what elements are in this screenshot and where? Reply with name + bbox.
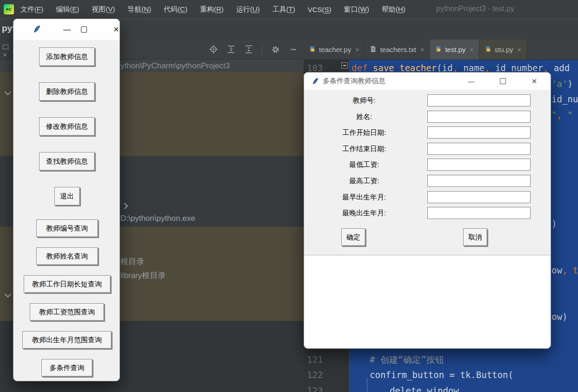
cancel-button[interactable]: 取消 [463,228,487,246]
hide-icon[interactable] [289,45,298,54]
query-by-workdates-button[interactable]: 教师工作日期长短查询 [24,275,111,293]
tool-window-icon[interactable] [3,45,8,49]
confirm-button[interactable]: 确定 [341,228,365,246]
line-number: 123 [307,383,323,392]
menu-item-4[interactable]: 代码(C) [164,5,187,14]
latest-birth-field[interactable] [427,207,531,219]
fold-icon[interactable] [341,62,348,69]
indent-guide [367,378,367,392]
editor-tab-bar: teacher.py×teachers.txt×test.py×stu.py× [304,40,578,60]
menu-item-1[interactable]: 编辑(E) [56,5,79,14]
work-start-date-field[interactable] [427,126,531,139]
menu-items: 文件(F)编辑(E)视图(V)导航(N)代码(C)重构(R)运行(U)工具(T)… [20,5,418,14]
code-fragment: 'a') [551,76,573,92]
delete-teacher-button[interactable]: 删除教师信息 [39,82,95,101]
code-fragment: ) [551,216,557,232]
work-end-date-field[interactable] [427,143,531,155]
python-file-icon [485,46,492,54]
multi-condition-query-button[interactable]: 多条件查询 [41,359,93,377]
close-icon[interactable]: ✕ [528,73,541,90]
query-by-salary-button[interactable]: 教师工资范围查询 [30,303,104,321]
screen: PC 文件(F)编辑(E)视图(V)导航(N)代码(C)重构(R)运行(U)工具… [0,0,578,392]
menu-item-5[interactable]: 重构(R) [200,5,224,14]
teacher-id-field[interactable] [427,94,531,106]
ide-menu-bar: PC 文件(F)编辑(E)视图(V)导航(N)代码(C)重构(R)运行(U)工具… [0,0,578,19]
min-salary-field-label: 最低工资: [304,159,424,171]
pycharm-logo-icon[interactable]: PC [4,4,14,14]
tab-label: teacher.py [319,46,351,53]
menu-item-0[interactable]: 文件(F) [20,5,43,14]
max-salary-field-label: 最高工资: [304,175,424,187]
multi-query-dialog: 多条件查询教师信息 — ✕ 确定 取消 教师号:姓名:工作开始日期:工作结束日期… [304,72,551,349]
query-by-name-button[interactable]: 教师姓名查询 [36,247,98,265]
code-line-123: delete_window, [390,383,464,392]
code-fragment: ow, t [551,263,578,278]
settings-gear-icon[interactable] [271,45,280,54]
expand-all-icon[interactable] [226,45,236,54]
code-line-121: # 创建“确定”按钮 [370,352,444,367]
name-field[interactable] [427,111,531,123]
menu-item-7[interactable]: 工具(T) [272,5,295,14]
line-number: 122 [307,367,323,383]
tree-item-library-root[interactable]: library根目录 [120,270,166,281]
minimize-icon[interactable]: — [60,19,74,40]
line-number: 121 [307,352,323,367]
minimize-icon[interactable]: — [465,73,478,90]
max-salary-field[interactable] [427,175,531,187]
menu-item-2[interactable]: 视图(V) [92,5,115,14]
teacher-menu-body: 添加教师信息删除教师信息修改教师信息查找教师信息退出教师编号查询教师姓名查询教师… [13,40,120,381]
teacher-menu-window: — ✕ 添加教师信息删除教师信息修改教师信息查找教师信息退出教师编号查询教师姓名… [13,19,120,381]
text-file-icon [370,46,377,54]
code-fragment: ow) [551,309,567,325]
exit-button[interactable]: 退出 [54,187,80,206]
tab-close-icon[interactable]: × [355,46,359,53]
tab-close-icon[interactable]: × [470,46,473,53]
find-teacher-button[interactable]: 查找教师信息 [39,152,95,171]
tab-close-icon[interactable]: × [518,46,521,53]
code-line-122: confirm_button = tk.Button( [370,367,513,383]
close-icon[interactable]: ✕ [109,19,120,40]
query-by-birth-range-button[interactable]: 教师出生年月范围查询 [22,331,112,349]
add-teacher-button[interactable]: 添加教师信息 [39,47,95,66]
teacher-id-field-label: 教师号: [304,94,424,106]
code-fragment: ", " [551,107,573,123]
dialog-title: 多条件查询教师信息 [323,77,385,86]
menu-item-10[interactable]: 帮助(H) [382,5,405,14]
maximize-icon[interactable] [496,73,509,90]
tab-stu.py[interactable]: stu.py× [479,40,527,60]
tk-feather-icon [33,25,41,35]
dialog-titlebar[interactable]: 多条件查询教师信息 — ✕ [304,73,551,90]
teacher-menu-titlebar[interactable]: — ✕ [13,19,120,40]
modify-teacher-button[interactable]: 修改教师信息 [39,117,95,136]
small-close-icon[interactable]: ✕ [3,52,7,58]
work-start-date-field-label: 工作开始日期: [304,126,424,139]
python-file-icon [435,46,442,54]
tab-label: test.py [445,46,465,53]
work-end-date-field-label: 工作结束日期: [304,143,424,155]
locate-icon[interactable] [209,45,218,54]
query-by-id-button[interactable]: 教师编号查询 [36,219,98,237]
tab-teachers.txt[interactable]: teachers.txt× [365,40,430,60]
ide-window-title: pythonProject3 - test.py [436,5,514,13]
name-field-label: 姓名: [304,111,424,123]
toolbar-separator [262,44,262,55]
tree-item-root[interactable]: 根目录 [120,256,144,267]
dialog-form: 确定 取消 教师号:姓名:工作开始日期:工作结束日期:最低工资:最高工资:最早出… [304,90,551,255]
tab-close-icon[interactable]: × [420,46,424,53]
menu-item-8[interactable]: VCS(S) [308,6,332,13]
collapse-all-icon[interactable] [244,45,253,54]
run-console-path: D:\python\python.exe [120,214,195,223]
tab-label: stu.py [495,46,513,53]
maximize-icon[interactable] [77,19,91,40]
tk-feather-icon [312,78,319,85]
earliest-birth-field[interactable] [427,191,531,203]
code-fragment: id_num [551,92,578,107]
latest-birth-field-label: 最晚出生年月: [304,207,424,219]
python-file-icon [309,46,316,54]
min-salary-field[interactable] [427,159,531,171]
menu-item-9[interactable]: 窗口(W) [344,5,369,14]
tab-test.py[interactable]: test.py× [430,40,479,60]
menu-item-6[interactable]: 运行(U) [236,5,260,14]
tab-teacher.py[interactable]: teacher.py× [304,40,365,60]
menu-item-3[interactable]: 导航(N) [127,5,151,14]
